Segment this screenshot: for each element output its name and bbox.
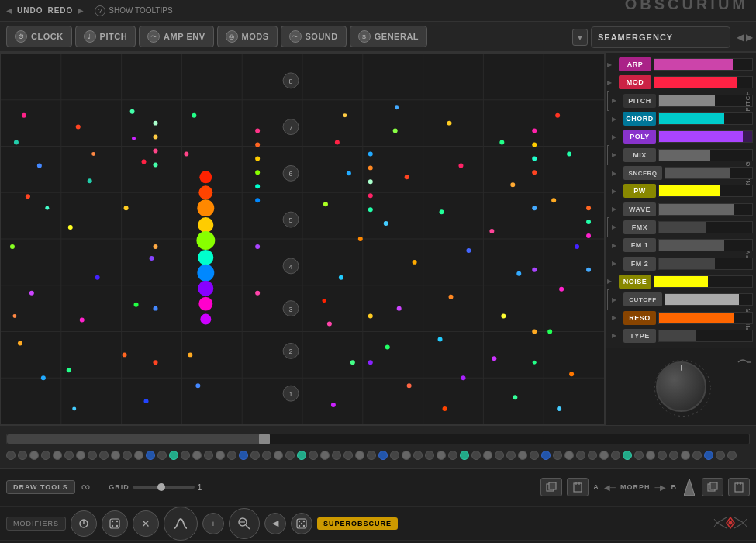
type-expand-arrow[interactable]: ▶ bbox=[612, 332, 621, 339]
transport-dot-4[interactable] bbox=[41, 451, 50, 460]
mod-button[interactable]: MOD bbox=[619, 75, 651, 89]
transport-dot-32[interactable] bbox=[367, 451, 376, 460]
mix-expand-arrow[interactable]: ▶ bbox=[612, 151, 621, 158]
preset-dropdown-button[interactable]: ▼ bbox=[572, 29, 588, 46]
transport-dot-42[interactable] bbox=[483, 451, 492, 460]
mix-button[interactable]: MIX bbox=[623, 148, 656, 162]
main-knob[interactable] bbox=[656, 361, 706, 412]
reso-button[interactable]: RESO bbox=[623, 311, 656, 325]
transport-dot-52[interactable] bbox=[599, 451, 609, 460]
modifiers-button[interactable]: MODIFIERS bbox=[6, 517, 66, 531]
transport-dot-51[interactable] bbox=[588, 451, 597, 460]
transport-dot-49[interactable] bbox=[564, 451, 574, 460]
preset-prev-button[interactable]: ◀ bbox=[737, 32, 744, 43]
transport-dot-6[interactable] bbox=[64, 451, 74, 460]
zoom-button[interactable] bbox=[229, 508, 260, 539]
wave-expand-arrow[interactable]: ▶ bbox=[612, 206, 621, 213]
transport-dot-50[interactable] bbox=[576, 451, 585, 460]
fm1-button[interactable]: FM 1 bbox=[623, 238, 656, 252]
power-button[interactable] bbox=[71, 510, 97, 537]
dice-button[interactable] bbox=[102, 510, 128, 537]
transport-dot-43[interactable] bbox=[495, 451, 504, 460]
morph-copy-b-button[interactable] bbox=[702, 478, 723, 496]
clear-button[interactable]: ✕ bbox=[133, 510, 159, 537]
grid-slider[interactable] bbox=[133, 486, 195, 489]
transport-dot-62[interactable] bbox=[716, 451, 725, 460]
transport-dot-45[interactable] bbox=[518, 451, 527, 460]
morph-knob[interactable] bbox=[682, 476, 697, 499]
transport-dot-12[interactable] bbox=[134, 451, 143, 460]
cutoff-button[interactable]: CUTOFF bbox=[623, 292, 662, 306]
tab-mods[interactable]: ◎ MODS bbox=[217, 26, 278, 47]
chord-expand-arrow[interactable]: ▶ bbox=[612, 116, 621, 123]
type-button[interactable]: TYPE bbox=[623, 329, 656, 343]
transport-dot-21[interactable] bbox=[239, 451, 248, 460]
pw-expand-arrow[interactable]: ▶ bbox=[612, 188, 621, 195]
transport-dot-27[interactable] bbox=[309, 451, 318, 460]
transport-dot-63[interactable] bbox=[727, 451, 737, 460]
play-button[interactable]: ◀ bbox=[264, 513, 286, 534]
transport-dot-40[interactable] bbox=[460, 451, 469, 460]
show-tooltips-button[interactable]: ? SHOW TOOLTIPS bbox=[95, 5, 172, 16]
redo-button[interactable]: REDO bbox=[47, 6, 73, 15]
transport-dot-35[interactable] bbox=[402, 451, 411, 460]
transport-dot-23[interactable] bbox=[262, 451, 271, 460]
sncfrq-expand-arrow[interactable]: ▶ bbox=[612, 170, 621, 177]
transport-dot-58[interactable] bbox=[669, 451, 678, 460]
transport-dot-10[interactable] bbox=[111, 451, 120, 460]
tab-sound[interactable]: 〜 SOUND bbox=[281, 26, 347, 47]
transport-dot-60[interactable] bbox=[692, 451, 702, 460]
transport-dot-2[interactable] bbox=[18, 451, 27, 460]
preset-next-button[interactable]: ▶ bbox=[746, 32, 753, 43]
transport-dot-47[interactable] bbox=[541, 451, 551, 460]
random-button[interactable] bbox=[291, 513, 312, 534]
transport-dot-19[interactable] bbox=[216, 451, 225, 460]
transport-dot-56[interactable] bbox=[646, 451, 655, 460]
transport-dot-38[interactable] bbox=[437, 451, 446, 460]
transport-dot-1[interactable] bbox=[6, 451, 16, 460]
transport-dot-41[interactable] bbox=[471, 451, 481, 460]
progress-handle[interactable] bbox=[259, 434, 270, 444]
tab-amp-env[interactable]: 〜 AMP ENV bbox=[139, 26, 213, 47]
transport-dot-8[interactable] bbox=[88, 451, 97, 460]
poly-button[interactable]: POLY bbox=[623, 130, 656, 144]
tab-pitch[interactable]: ♩ PITCH bbox=[75, 26, 136, 47]
transport-dot-24[interactable] bbox=[274, 451, 283, 460]
fm2-expand-arrow[interactable]: ▶ bbox=[612, 260, 621, 267]
transport-dot-37[interactable] bbox=[425, 451, 434, 460]
transport-dot-17[interactable] bbox=[192, 451, 202, 460]
morph-paste-button[interactable] bbox=[567, 478, 589, 496]
transport-dot-61[interactable] bbox=[704, 451, 713, 460]
tab-clock[interactable]: ⏱ CLOCK bbox=[6, 26, 72, 47]
pitch-button[interactable]: PITCH bbox=[623, 94, 656, 108]
morph-paste-b-button[interactable] bbox=[728, 478, 750, 496]
transport-dot-13[interactable] bbox=[146, 451, 155, 460]
morph-copy-a-button[interactable] bbox=[540, 478, 562, 496]
transport-dot-55[interactable] bbox=[634, 451, 644, 460]
infinity-icon[interactable]: ∞ bbox=[81, 480, 90, 494]
tab-general[interactable]: S GENERAL bbox=[350, 26, 427, 47]
transport-dot-22[interactable] bbox=[250, 451, 260, 460]
transport-dot-18[interactable] bbox=[204, 451, 213, 460]
transport-dot-16[interactable] bbox=[181, 451, 190, 460]
transport-dot-29[interactable] bbox=[332, 451, 341, 460]
chord-button[interactable]: CHORD bbox=[623, 112, 656, 126]
transport-dot-25[interactable] bbox=[285, 451, 295, 460]
transport-dot-28[interactable] bbox=[320, 451, 330, 460]
transport-dot-48[interactable] bbox=[553, 451, 562, 460]
transport-dot-59[interactable] bbox=[681, 451, 690, 460]
poly-expand-arrow[interactable]: ▶ bbox=[612, 133, 621, 140]
sncfrq-button[interactable]: SNCFRQ bbox=[623, 166, 662, 180]
curve-tool-button[interactable] bbox=[164, 507, 198, 541]
transport-dot-54[interactable] bbox=[623, 451, 632, 460]
transport-dot-5[interactable] bbox=[53, 451, 62, 460]
transport-dot-33[interactable] bbox=[378, 451, 388, 460]
transport-dot-26[interactable] bbox=[297, 451, 306, 460]
arp-button[interactable]: ARP bbox=[619, 57, 651, 71]
arp-expand-arrow[interactable]: ▶ bbox=[607, 61, 616, 68]
undo-back-arrow[interactable]: ◀ bbox=[6, 6, 12, 15]
reso-expand-arrow[interactable]: ▶ bbox=[612, 314, 621, 321]
transport-dot-15[interactable] bbox=[169, 451, 178, 460]
grid-slider-handle[interactable] bbox=[157, 483, 165, 491]
fmx-button[interactable]: FMX bbox=[623, 220, 656, 234]
